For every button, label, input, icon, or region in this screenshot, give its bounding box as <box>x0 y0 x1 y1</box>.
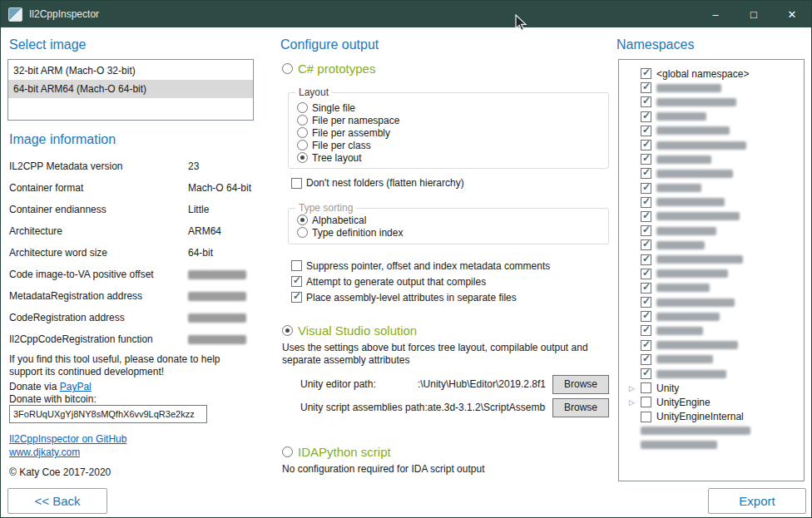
checkbox-icon[interactable] <box>641 68 651 79</box>
checkbox-icon[interactable] <box>641 96 651 107</box>
checkbox-icon[interactable] <box>641 225 651 236</box>
redacted-label <box>656 112 706 121</box>
namespace-item[interactable] <box>619 81 804 95</box>
checkbox-icon[interactable] <box>641 397 651 407</box>
checkbox-icon[interactable] <box>641 283 651 294</box>
checkbox-icon[interactable] <box>641 239 651 250</box>
image-list-item[interactable]: 64-bit ARM64 (Mach-O 64-bit) <box>8 80 253 98</box>
image-information-title: Image information <box>9 132 116 147</box>
type-sorting-group: Type sorting AlphabeticalType definition… <box>288 208 609 244</box>
namespace-item[interactable] <box>619 224 804 238</box>
idapython-radio[interactable]: IDAPython script <box>282 445 391 459</box>
configure-output-title: Configure output <box>280 37 379 52</box>
back-button[interactable]: << Back <box>7 488 107 514</box>
checkbox-icon[interactable] <box>641 140 651 150</box>
info-label: Container format <box>9 182 188 194</box>
namespace-item[interactable] <box>619 166 804 180</box>
namespace-item[interactable] <box>619 267 804 281</box>
image-list-item[interactable]: 32-bit ARM (Mach-O 32-bit) <box>8 62 253 80</box>
checkbox-icon[interactable] <box>641 269 651 279</box>
unity-script-browse-button[interactable]: Browse <box>552 398 609 417</box>
checkbox-icon[interactable] <box>641 254 651 265</box>
radio-icon <box>297 152 308 163</box>
namespace-item[interactable] <box>619 424 804 438</box>
checkbox-icon[interactable] <box>641 183 651 194</box>
namespace-item[interactable] <box>619 210 804 224</box>
unity-editor-path-label: Unity editor path: <box>300 378 376 390</box>
namespace-item[interactable] <box>619 281 804 295</box>
namespace-item[interactable] <box>619 438 804 452</box>
namespace-item[interactable] <box>619 138 804 152</box>
namespace-item[interactable] <box>619 309 804 323</box>
info-row: CodeRegistration address <box>9 307 252 328</box>
layout-option[interactable]: File per namespace <box>297 114 608 126</box>
namespace-item[interactable] <box>619 367 804 381</box>
info-label: CodeRegistration address <box>9 312 188 323</box>
layout-option[interactable]: File per class <box>297 139 608 151</box>
layout-option[interactable]: File per assembly <box>297 126 608 139</box>
minimize-button[interactable]: – <box>696 1 735 27</box>
namespace-item[interactable] <box>619 252 804 266</box>
flatten-checkbox[interactable]: Don't nest folders (flatten hierarchy) <box>291 177 464 189</box>
namespace-item[interactable] <box>619 323 804 338</box>
expander-icon[interactable]: ▷ <box>629 398 641 407</box>
unity-editor-browse-button[interactable]: Browse <box>552 375 609 394</box>
checkbox-icon[interactable] <box>641 412 651 422</box>
namespace-item[interactable] <box>619 95 804 109</box>
checkbox-icon[interactable] <box>641 154 651 165</box>
layout-option[interactable]: Tree layout <box>297 151 608 164</box>
checkbox-label: Attempt to generate output that compiles <box>306 276 486 288</box>
namespace-item[interactable]: <global namespace> <box>619 67 804 81</box>
close-button[interactable]: ✕ <box>773 1 811 27</box>
checkbox-label: Place assembly-level attributes in separ… <box>306 292 517 303</box>
redacted-label <box>656 355 713 363</box>
checkbox-icon[interactable] <box>641 354 651 365</box>
namespace-label: Unity <box>656 382 679 394</box>
type-sorting-group-label: Type sorting <box>295 202 356 214</box>
checkbox-icon[interactable] <box>641 197 651 208</box>
checkbox-icon[interactable] <box>641 297 651 308</box>
checkbox-icon[interactable] <box>641 111 651 122</box>
checkbox-icon[interactable] <box>641 168 651 179</box>
checkbox-icon[interactable] <box>641 325 651 336</box>
flatten-checkbox-label: Don't nest folders (flatten hierarchy) <box>306 177 464 189</box>
namespace-item[interactable] <box>619 353 804 367</box>
checkbox-icon[interactable] <box>641 311 651 322</box>
website-link[interactable]: www.djkaty.com <box>9 446 80 458</box>
namespace-item[interactable] <box>619 338 804 353</box>
namespace-item[interactable] <box>619 238 804 252</box>
vs-solution-radio[interactable]: Visual Studio solution <box>282 323 417 338</box>
bitcoin-address-input[interactable] <box>9 405 207 423</box>
checkbox-icon[interactable] <box>641 340 651 351</box>
namespace-item[interactable]: ▷UnityEngine <box>619 395 804 409</box>
checkbox-icon[interactable] <box>641 211 651 222</box>
github-link[interactable]: Il2CppInspector on GitHub <box>9 433 126 445</box>
checkbox-icon[interactable] <box>641 382 651 393</box>
namespace-item[interactable]: UnityEngineInternal <box>619 410 804 424</box>
image-listbox: 32-bit ARM (Mach-O 32-bit)64-bit ARM64 (… <box>7 59 254 121</box>
type-sorting-option[interactable]: Alphabetical <box>297 214 608 226</box>
checkbox-icon[interactable] <box>641 368 651 379</box>
export-button[interactable]: Export <box>708 488 806 514</box>
paypal-link[interactable]: PayPal <box>60 381 92 392</box>
checkbox-icon[interactable] <box>641 126 651 136</box>
type-sorting-option[interactable]: Type definition index <box>297 226 608 239</box>
donate-via-prefix: Donate via <box>9 381 60 392</box>
layout-option[interactable]: Single file <box>297 101 608 114</box>
radio-label: Alphabetical <box>312 215 366 226</box>
namespace-item[interactable] <box>619 195 804 210</box>
checkbox-icon[interactable] <box>641 82 651 93</box>
namespace-item[interactable] <box>619 152 804 166</box>
namespace-item[interactable] <box>619 124 804 138</box>
layout-group-label: Layout <box>295 86 332 98</box>
maximize-button[interactable]: □ <box>735 1 773 27</box>
namespace-item[interactable]: ▷Unity <box>619 381 804 395</box>
expander-icon[interactable]: ▷ <box>629 384 641 392</box>
namespace-item[interactable] <box>619 181 804 195</box>
csharp-prototypes-radio[interactable]: C# prototypes <box>282 62 375 76</box>
output-checkbox[interactable]: Suppress pointer, offset and index metad… <box>291 258 550 274</box>
output-checkbox[interactable]: Attempt to generate output that compiles <box>291 274 550 289</box>
output-checkbox[interactable]: Place assembly-level attributes in separ… <box>291 289 550 305</box>
namespace-item[interactable] <box>619 110 804 124</box>
namespace-item[interactable] <box>619 295 804 309</box>
